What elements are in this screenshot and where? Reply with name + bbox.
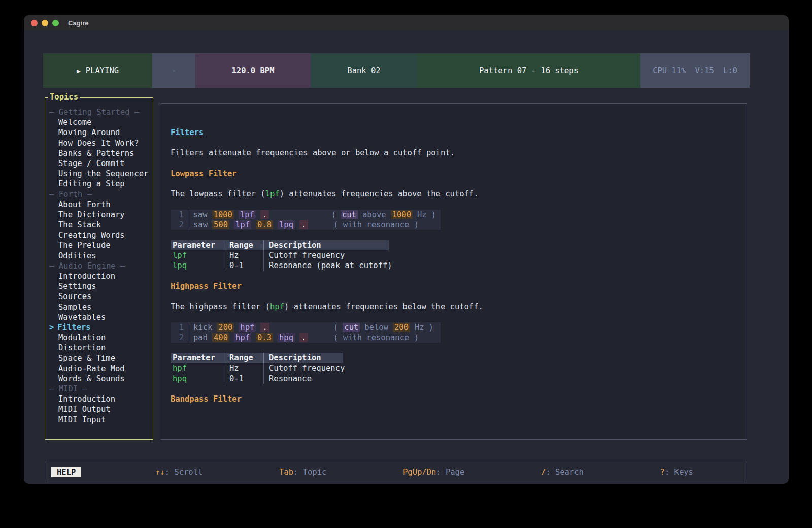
table-cell: lpq — [171, 260, 224, 271]
topic-item-midi-input[interactable]: MIDI Input — [49, 415, 153, 425]
topic-item-banks-patterns[interactable]: Banks & Patterns — [49, 148, 153, 158]
topic-item-audio-rate-mod[interactable]: Audio-Rate Mod — [49, 364, 153, 374]
code-comment: (cutbelow200Hz) — [333, 322, 438, 333]
table-cell: lpf — [171, 250, 224, 260]
line-number: 1 — [171, 322, 184, 333]
topic-item-welcome[interactable]: Welcome — [49, 117, 153, 127]
help-content-panel: Filters Filters attenuate frequencies ab… — [161, 103, 747, 440]
topic-item-wavetables[interactable]: Wavetables — [49, 312, 153, 322]
maximize-button[interactable] — [52, 20, 59, 26]
code-operator: hpf — [234, 333, 251, 342]
code-tokens: saw1000lpf. — [193, 210, 331, 220]
topic-item-moving-around[interactable]: Moving Around — [49, 127, 153, 138]
code-line: 2 saw500lpf0.8lpq. ( with resonance ) — [171, 220, 441, 230]
code-line: 1 kick200hpf. (cutbelow200Hz) — [171, 322, 441, 333]
hint-page: PgUp/Dn: Page — [403, 468, 464, 477]
transport-status-segment: ▶ PLAYING — [43, 53, 152, 88]
topic-item-midi-output[interactable]: MIDI Output — [49, 404, 153, 414]
topic-item-the-dictionary[interactable]: The Dictionary — [49, 210, 153, 220]
topic-item-settings[interactable]: Settings — [49, 281, 153, 291]
bpm-value: 120.0 BPM — [232, 66, 275, 75]
topic-section-midi: — MIDI — — [49, 384, 153, 394]
record-segment: - — [152, 53, 195, 88]
topic-item-filters[interactable]: >Filters — [49, 322, 153, 333]
comment-paren: ) — [429, 323, 433, 332]
code-line: 1 saw1000lpf. (cutabove1000Hz) — [171, 210, 441, 220]
topic-item-how-does-it-work[interactable]: How Does It Work? — [49, 138, 153, 148]
code-number: 0.3 — [256, 333, 273, 342]
footer-bar: HELP ↑↓: Scroll Tab: Topic PgUp/Dn: Page… — [45, 461, 747, 483]
cpu-segment: CPU 11% V:15 L:0 — [640, 53, 750, 88]
comment-number: 200 — [393, 323, 410, 332]
code-tokens: pad400hpf0.3hpq. — [193, 333, 333, 343]
arrows-key-icon: ↑↓ — [155, 468, 165, 477]
code-dot: . — [260, 323, 269, 332]
table-header-range: Range — [224, 240, 263, 250]
minimize-button[interactable] — [42, 20, 48, 26]
code-comment: ( with resonance ) — [333, 220, 419, 230]
topic-item-sources[interactable]: Sources — [49, 291, 153, 302]
code-tokens: kick200hpf. — [193, 322, 333, 333]
topic-item-editing-a-step[interactable]: Editing a Step — [49, 179, 153, 189]
topic-item-space-time[interactable]: Space & Time — [49, 353, 153, 364]
topic-item-distortion[interactable]: Distortion — [49, 343, 153, 353]
code-dot: . — [260, 210, 269, 219]
hint-keys: ?: Keys — [660, 468, 693, 477]
code-operator: lpf — [239, 210, 256, 219]
bank-segment: Bank 02 — [311, 53, 417, 88]
highpass-heading: Highpass Filter — [171, 281, 737, 291]
lowpass-desc-post: ) attenuates frequencies above the cutof… — [280, 189, 479, 199]
table-header-parameter: Parameter — [171, 240, 224, 250]
table-cell: hpq — [171, 374, 224, 384]
gutter-divider — [189, 333, 189, 343]
topic-item-the-prelude[interactable]: The Prelude — [49, 240, 153, 250]
topic-item-the-stack[interactable]: The Stack — [49, 220, 153, 230]
line-number: 2 — [171, 220, 184, 230]
table-cell: 0-1 — [224, 374, 263, 384]
table-cell: Resonance — [263, 374, 343, 384]
transport-bar: ▶ PLAYING - 120.0 BPM Bank 02 Pattern 07… — [43, 53, 750, 88]
latency-value: L:0 — [723, 66, 737, 75]
code-comment: (cutabove1000Hz) — [331, 210, 441, 220]
highpass-description: The highpass filter (hpf) attenuates fre… — [171, 302, 737, 312]
table-cell: Cutoff frequency — [263, 363, 343, 373]
app-body: ▶ PLAYING - 120.0 BPM Bank 02 Pattern 07… — [24, 30, 789, 484]
topic-item-introduction-audio[interactable]: Introduction — [49, 271, 153, 281]
desktop: Cagire ▶ PLAYING - 120.0 BPM Bank 02 Pat — [0, 0, 812, 528]
topic-item-introduction-midi[interactable]: Introduction — [49, 394, 153, 404]
code-word: kick — [193, 323, 212, 332]
topic-item-stage-commit[interactable]: Stage / Commit — [49, 158, 153, 169]
topic-item-oddities[interactable]: Oddities — [49, 251, 153, 261]
close-button[interactable] — [31, 20, 38, 26]
selection-marker: > — [49, 323, 54, 332]
code-operator: hpq — [278, 333, 295, 342]
table-cell: Hz — [224, 363, 263, 373]
comment-paren: ( — [331, 210, 336, 219]
code-number: 1000 — [212, 210, 234, 219]
topic-section-forth: — Forth — — [49, 189, 153, 200]
code-number: 500 — [212, 220, 229, 229]
topic-item-using-the-sequencer[interactable]: Using the Sequencer — [49, 169, 153, 179]
table-cell: Hz — [224, 250, 263, 260]
table-header-parameter: Parameter — [171, 353, 224, 363]
page-title: Filters — [171, 127, 737, 138]
topic-item-words-sounds[interactable]: Words & Sounds — [49, 374, 153, 384]
code-operator: lpf — [234, 220, 251, 229]
key-hints: ↑↓: Scroll Tab: Topic PgUp/Dn: Page /: S… — [45, 468, 747, 477]
topic-item-creating-words[interactable]: Creating Words — [49, 230, 153, 240]
highpass-code-block: 1 kick200hpf. (cutbelow200Hz) 2 pad400hp… — [171, 322, 441, 343]
topic-item-samples[interactable]: Samples — [49, 302, 153, 312]
comment-number: 1000 — [391, 210, 413, 219]
bank-value: Bank 02 — [347, 66, 380, 75]
code-number: 0.8 — [256, 220, 273, 229]
topics-panel-title: Topics — [48, 92, 80, 102]
code-word: saw — [193, 210, 208, 219]
lowpass-code-block: 1 saw1000lpf. (cutabove1000Hz) 2 saw500l… — [171, 210, 441, 230]
topic-item-modulation[interactable]: Modulation — [49, 333, 153, 343]
topic-section-getting-started: — Getting Started — — [49, 107, 153, 117]
voices-value: V:15 — [695, 66, 714, 75]
topic-item-about-forth[interactable]: About Forth — [49, 200, 153, 210]
table-header-description: Description — [263, 240, 389, 250]
record-indicator: - — [172, 66, 176, 75]
pattern-value: Pattern 07 - 16 steps — [479, 66, 579, 75]
